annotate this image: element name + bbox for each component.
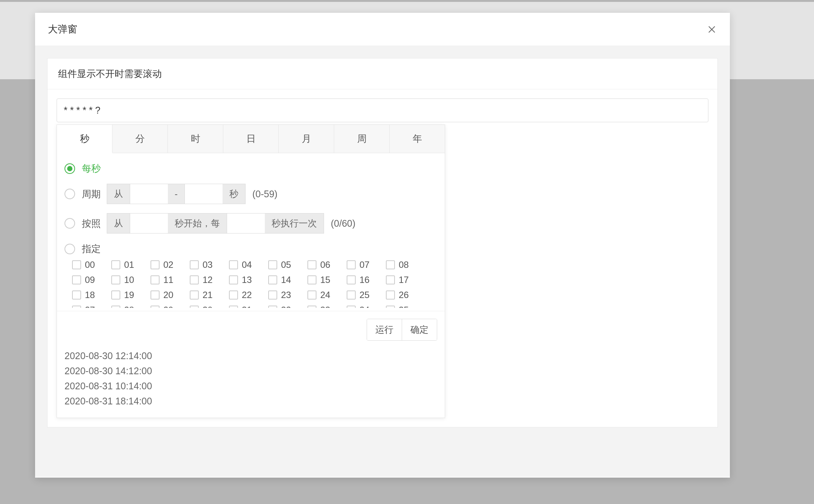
checkbox-item-04[interactable]: 04 — [229, 260, 259, 270]
interval-start-input[interactable] — [130, 213, 168, 234]
radio-cycle[interactable] — [65, 189, 75, 199]
checkbox[interactable] — [190, 306, 199, 308]
run-button[interactable]: 运行 — [367, 319, 402, 340]
checkbox[interactable] — [347, 275, 356, 284]
checkbox-item-09[interactable]: 09 — [72, 275, 102, 285]
checkbox[interactable] — [268, 275, 277, 284]
checkbox[interactable] — [386, 275, 395, 284]
checkbox[interactable] — [111, 290, 120, 300]
checkbox-label: 05 — [281, 260, 291, 270]
checkbox-item-15[interactable]: 15 — [307, 275, 338, 285]
checkbox[interactable] — [72, 275, 81, 284]
checkbox-item-20[interactable]: 20 — [151, 290, 181, 300]
checkbox[interactable] — [347, 260, 356, 269]
checkbox-item-18[interactable]: 18 — [72, 290, 102, 300]
checkbox[interactable] — [347, 290, 356, 300]
option-cycle-row: 周期 从 - 秒 (0-59) — [65, 184, 437, 204]
checkbox[interactable] — [347, 306, 356, 308]
checkbox-item-10[interactable]: 10 — [111, 275, 141, 285]
close-icon[interactable] — [706, 24, 717, 35]
cycle-from-input[interactable] — [130, 184, 168, 204]
radio-interval[interactable] — [65, 218, 75, 229]
checkbox-item-35[interactable]: 35 — [386, 305, 416, 308]
checkbox-item-23[interactable]: 23 — [268, 290, 298, 300]
checkbox[interactable] — [268, 306, 277, 308]
checkbox[interactable] — [151, 290, 160, 300]
cron-panel-footer: 运行 确定 — [57, 311, 445, 348]
cycle-to-input[interactable] — [185, 184, 223, 204]
checkbox-item-06[interactable]: 06 — [307, 260, 338, 270]
checkbox[interactable] — [229, 290, 238, 300]
checkbox[interactable] — [151, 275, 160, 284]
tab-minute[interactable]: 分 — [112, 125, 168, 153]
checkbox[interactable] — [229, 306, 238, 308]
checkbox-item-24[interactable]: 24 — [307, 290, 338, 300]
checkbox-item-11[interactable]: 11 — [151, 275, 181, 285]
checkbox-item-05[interactable]: 05 — [268, 260, 298, 270]
checkbox[interactable] — [72, 290, 81, 300]
checkbox-item-07[interactable]: 07 — [347, 260, 377, 270]
checkbox[interactable] — [190, 290, 199, 300]
checkbox-item-01[interactable]: 01 — [111, 260, 141, 270]
checkbox[interactable] — [151, 260, 160, 269]
checkbox[interactable] — [111, 260, 120, 269]
checkbox-item-34[interactable]: 34 — [347, 305, 377, 308]
checkbox[interactable] — [72, 306, 81, 308]
checkbox[interactable] — [307, 290, 316, 300]
checkbox[interactable] — [307, 275, 316, 284]
checkbox-item-14[interactable]: 14 — [268, 275, 298, 285]
checkbox-item-31[interactable]: 31 — [229, 305, 259, 308]
checkbox-item-25[interactable]: 25 — [347, 290, 377, 300]
tab-month[interactable]: 月 — [279, 125, 334, 153]
checkbox[interactable] — [111, 275, 120, 284]
checkbox-label: 06 — [320, 260, 330, 270]
checkbox-label: 00 — [85, 260, 95, 270]
checkbox-item-03[interactable]: 03 — [190, 260, 220, 270]
checkbox-item-08[interactable]: 08 — [386, 260, 416, 270]
checkbox[interactable] — [151, 306, 160, 308]
tab-hour[interactable]: 时 — [168, 125, 223, 153]
tab-week[interactable]: 周 — [334, 125, 390, 153]
specify-checkbox-grid: 0001020304050607080910111213141516171819… — [72, 260, 437, 308]
radio-every[interactable] — [65, 163, 75, 174]
checkbox-item-26[interactable]: 26 — [386, 290, 416, 300]
radio-specify[interactable] — [65, 244, 75, 254]
checkbox[interactable] — [190, 260, 199, 269]
checkbox[interactable] — [111, 306, 120, 308]
checkbox[interactable] — [190, 275, 199, 284]
checkbox-item-12[interactable]: 12 — [190, 275, 220, 285]
checkbox[interactable] — [268, 260, 277, 269]
confirm-button[interactable]: 确定 — [402, 319, 437, 340]
checkbox[interactable] — [268, 290, 277, 300]
checkbox[interactable] — [307, 306, 316, 308]
checkbox-item-33[interactable]: 33 — [307, 305, 338, 308]
checkbox-item-13[interactable]: 13 — [229, 275, 259, 285]
checkbox-item-32[interactable]: 32 — [268, 305, 298, 308]
checkbox-item-17[interactable]: 17 — [386, 275, 416, 285]
checkbox[interactable] — [386, 306, 395, 308]
checkbox-item-00[interactable]: 00 — [72, 260, 102, 270]
checkbox[interactable] — [386, 260, 395, 269]
checkbox[interactable] — [72, 260, 81, 269]
checkbox-item-16[interactable]: 16 — [347, 275, 377, 285]
interval-step-input[interactable] — [227, 213, 265, 234]
tab-year[interactable]: 年 — [390, 125, 445, 153]
checkbox-label: 10 — [124, 275, 134, 285]
checkbox-item-22[interactable]: 22 — [229, 290, 259, 300]
checkbox-item-21[interactable]: 21 — [190, 290, 220, 300]
checkbox-label: 15 — [320, 275, 330, 285]
tab-day[interactable]: 日 — [223, 125, 279, 153]
checkbox-item-28[interactable]: 28 — [111, 305, 141, 308]
checkbox-item-02[interactable]: 02 — [151, 260, 181, 270]
tab-second[interactable]: 秒 — [57, 125, 112, 153]
checkbox[interactable] — [307, 260, 316, 269]
checkbox[interactable] — [229, 275, 238, 284]
checkbox-item-30[interactable]: 30 — [190, 305, 220, 308]
checkbox-item-27[interactable]: 27 — [72, 305, 102, 308]
cron-expression-input[interactable] — [57, 98, 708, 122]
checkbox-item-29[interactable]: 29 — [151, 305, 181, 308]
checkbox[interactable] — [386, 290, 395, 300]
checkbox-item-19[interactable]: 19 — [111, 290, 141, 300]
interval-hint: (0/60) — [331, 218, 355, 229]
checkbox[interactable] — [229, 260, 238, 269]
